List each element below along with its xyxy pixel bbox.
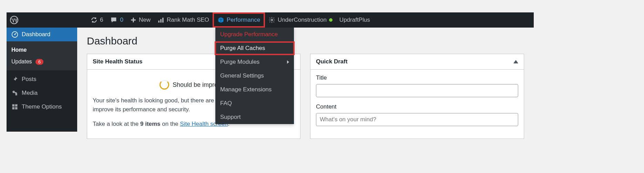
wordpress-icon bbox=[10, 16, 18, 24]
admin-sidebar: Dashboard Home Updates 6 Posts Media The… bbox=[7, 28, 77, 132]
media-icon bbox=[11, 90, 18, 96]
toolbar-rankmath-label: Rank Math SEO bbox=[167, 17, 209, 23]
plus-icon bbox=[130, 17, 136, 23]
sidebar-submenu-dashboard: Home Updates 6 bbox=[7, 41, 77, 70]
sidebar-item-dashboard[interactable]: Dashboard bbox=[7, 28, 77, 41]
sidebar-dashboard-label: Dashboard bbox=[22, 31, 50, 38]
sidebar-theme-options-label: Theme Options bbox=[22, 103, 62, 110]
toolbar-new-label: New bbox=[139, 17, 151, 23]
dropdown-extensions-label: Manage Extensions bbox=[220, 86, 272, 93]
toolbar-comments[interactable]: 0 bbox=[106, 12, 126, 28]
grid-icon bbox=[11, 103, 18, 110]
dropdown-upgrade-performance[interactable]: Upgrade Performance bbox=[215, 28, 294, 41]
panel-quick-draft: Quick Draft Title Content bbox=[310, 54, 524, 139]
dropdown-manage-extensions[interactable]: Manage Extensions bbox=[215, 83, 294, 96]
toolbar-underconstruction[interactable]: UnderConstruction bbox=[265, 12, 336, 28]
dropdown-general-settings[interactable]: General Settings bbox=[215, 69, 294, 83]
dropdown-general-label: General Settings bbox=[220, 72, 264, 79]
svg-point-4 bbox=[271, 19, 273, 21]
dropdown-purge-all-caches[interactable]: Purge All Caches bbox=[215, 41, 295, 55]
wp-logo[interactable] bbox=[7, 12, 22, 28]
toolbar-updates[interactable]: 6 bbox=[87, 12, 106, 28]
quick-draft-title-input[interactable] bbox=[316, 84, 518, 97]
sidebar-updates-label: Updates bbox=[11, 59, 32, 64]
svg-rect-2 bbox=[160, 19, 161, 23]
admin-toolbar: 6 0 New Rank Math SEO Performance UnderC… bbox=[7, 12, 534, 28]
status-dot-icon bbox=[329, 18, 333, 22]
quick-draft-content-label: Content bbox=[316, 103, 518, 110]
bar-chart-icon bbox=[157, 17, 164, 23]
dropdown-faq-label: FAQ bbox=[220, 100, 232, 107]
dropdown-purge-modules-label: Purge Modules bbox=[220, 59, 259, 65]
sidebar-item-theme-options[interactable]: Theme Options bbox=[7, 100, 77, 114]
panel-site-health-title: Site Health Status bbox=[93, 58, 143, 65]
dropdown-support-label: Support bbox=[220, 114, 241, 121]
toolbar-updraft[interactable]: UpdraftPlus bbox=[336, 12, 374, 28]
toolbar-performance-highlight: Performance bbox=[213, 12, 265, 28]
sidebar-home-label: Home bbox=[11, 47, 27, 53]
toolbar-comments-count: 0 bbox=[120, 17, 123, 23]
sidebar-posts-label: Posts bbox=[22, 76, 37, 83]
chevron-right-icon bbox=[287, 60, 289, 64]
toolbar-updraft-label: UpdraftPlus bbox=[339, 17, 370, 23]
sidebar-item-media[interactable]: Media bbox=[7, 86, 77, 100]
cube-icon bbox=[217, 17, 224, 23]
dropdown-faq[interactable]: FAQ bbox=[215, 96, 294, 110]
svg-rect-8 bbox=[12, 104, 15, 107]
toolbar-rankmath[interactable]: Rank Math SEO bbox=[154, 12, 213, 28]
main-content: Dashboard Site Health Status Should be i… bbox=[77, 28, 534, 132]
svg-rect-3 bbox=[162, 18, 163, 22]
collapse-icon[interactable] bbox=[513, 60, 518, 63]
sidebar-item-posts[interactable]: Posts bbox=[7, 72, 77, 86]
dropdown-purge-modules[interactable]: Purge Modules bbox=[215, 55, 294, 69]
sidebar-sub-home[interactable]: Home bbox=[7, 44, 77, 56]
svg-point-6 bbox=[14, 34, 15, 35]
dashboard-icon bbox=[11, 31, 18, 38]
spinner-icon bbox=[160, 80, 169, 90]
svg-rect-11 bbox=[15, 107, 18, 110]
performance-dropdown: Upgrade Performance Purge All Caches Pur… bbox=[215, 28, 294, 124]
svg-rect-9 bbox=[15, 104, 18, 107]
toolbar-performance-label: Performance bbox=[227, 17, 260, 23]
page-title: Dashboard bbox=[87, 35, 524, 47]
quick-draft-content-input[interactable] bbox=[316, 113, 518, 126]
sidebar-media-label: Media bbox=[22, 90, 38, 96]
toolbar-performance[interactable]: Performance bbox=[214, 12, 264, 28]
svg-rect-10 bbox=[12, 107, 15, 110]
site-health-item-count: 9 items bbox=[140, 121, 161, 127]
toolbar-underconstruction-label: UnderConstruction bbox=[278, 17, 327, 23]
gear-icon bbox=[268, 17, 275, 23]
svg-rect-1 bbox=[158, 21, 159, 23]
toolbar-new[interactable]: New bbox=[127, 12, 154, 28]
comment-icon bbox=[110, 16, 117, 24]
dropdown-upgrade-label: Upgrade Performance bbox=[220, 31, 278, 38]
pin-icon bbox=[11, 76, 18, 83]
site-health-line2a: Take a look at the bbox=[93, 121, 140, 127]
panel-quick-draft-title: Quick Draft bbox=[316, 58, 348, 65]
site-health-line2b: on the bbox=[161, 121, 180, 127]
sidebar-updates-badge: 6 bbox=[35, 59, 43, 65]
dropdown-support[interactable]: Support bbox=[215, 110, 294, 124]
dropdown-purge-all-label: Purge All Caches bbox=[220, 45, 265, 52]
refresh-icon bbox=[91, 17, 98, 23]
toolbar-updates-count: 6 bbox=[100, 17, 103, 23]
panel-quick-draft-header[interactable]: Quick Draft bbox=[310, 54, 524, 70]
sidebar-sub-updates[interactable]: Updates 6 bbox=[7, 56, 77, 68]
quick-draft-title-label: Title bbox=[316, 74, 518, 81]
